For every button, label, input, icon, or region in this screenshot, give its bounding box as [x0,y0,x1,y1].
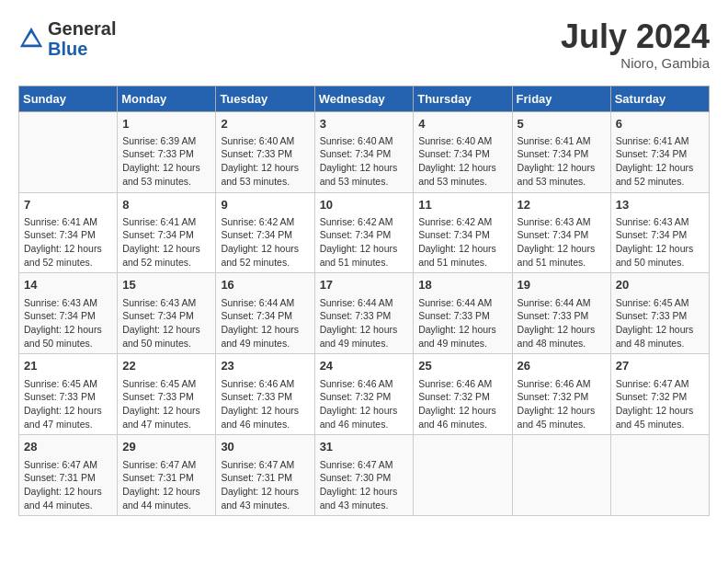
day-number: 9 [221,197,309,213]
cell-sun-info: Sunrise: 6:41 AM Sunset: 7:34 PM Dayligh… [122,215,210,270]
day-number: 27 [616,358,704,374]
cell-sun-info: Sunrise: 6:45 AM Sunset: 7:33 PM Dayligh… [24,377,112,431]
calendar-week-row: 21Sunrise: 6:45 AM Sunset: 7:33 PM Dayli… [19,354,710,435]
calendar-cell: 16Sunrise: 6:44 AM Sunset: 7:34 PM Dayli… [216,273,314,354]
day-number: 29 [122,439,210,455]
calendar-cell: 8Sunrise: 6:41 AM Sunset: 7:34 PM Daylig… [118,192,216,273]
calendar-cell: 25Sunrise: 6:46 AM Sunset: 7:32 PM Dayli… [414,354,512,435]
day-number: 28 [24,439,112,455]
cell-sun-info: Sunrise: 6:47 AM Sunset: 7:31 PM Dayligh… [122,458,210,512]
weekday-header-row: SundayMondayTuesdayWednesdayThursdayFrid… [19,86,710,111]
calendar-cell: 30Sunrise: 6:47 AM Sunset: 7:31 PM Dayli… [216,435,314,516]
cell-sun-info: Sunrise: 6:46 AM Sunset: 7:32 PM Dayligh… [518,377,606,431]
day-number: 30 [221,439,309,455]
calendar-week-row: 1Sunrise: 6:39 AM Sunset: 7:33 PM Daylig… [19,111,710,192]
cell-sun-info: Sunrise: 6:45 AM Sunset: 7:33 PM Dayligh… [122,377,210,431]
calendar-week-row: 7Sunrise: 6:41 AM Sunset: 7:34 PM Daylig… [19,192,710,273]
calendar-cell: 23Sunrise: 6:46 AM Sunset: 7:33 PM Dayli… [216,354,314,435]
cell-sun-info: Sunrise: 6:41 AM Sunset: 7:34 PM Dayligh… [518,134,606,189]
logo-icon [18,26,44,52]
calendar-cell: 31Sunrise: 6:47 AM Sunset: 7:30 PM Dayli… [314,435,414,516]
page-header: General Blue July 2024 Nioro, Gambia [18,18,710,71]
title-block: July 2024 Nioro, Gambia [561,18,710,71]
day-number: 26 [518,358,606,374]
calendar-cell: 9Sunrise: 6:42 AM Sunset: 7:34 PM Daylig… [216,192,314,273]
day-number: 3 [320,116,409,132]
calendar-cell: 3Sunrise: 6:40 AM Sunset: 7:34 PM Daylig… [314,111,414,192]
month-year-title: July 2024 [561,18,710,55]
cell-sun-info: Sunrise: 6:44 AM Sunset: 7:33 PM Dayligh… [418,296,506,350]
calendar-cell: 26Sunrise: 6:46 AM Sunset: 7:32 PM Dayli… [512,354,610,435]
calendar-cell: 4Sunrise: 6:40 AM Sunset: 7:34 PM Daylig… [414,111,512,192]
cell-sun-info: Sunrise: 6:39 AM Sunset: 7:33 PM Dayligh… [122,134,210,189]
day-number: 23 [221,358,309,374]
calendar-cell [610,435,709,516]
day-number: 8 [122,197,210,213]
cell-sun-info: Sunrise: 6:43 AM Sunset: 7:34 PM Dayligh… [122,296,210,350]
cell-sun-info: Sunrise: 6:47 AM Sunset: 7:31 PM Dayligh… [24,458,112,512]
cell-sun-info: Sunrise: 6:40 AM Sunset: 7:34 PM Dayligh… [320,134,409,189]
cell-sun-info: Sunrise: 6:43 AM Sunset: 7:34 PM Dayligh… [518,215,606,270]
location-subtitle: Nioro, Gambia [561,55,710,71]
day-number: 12 [518,197,606,213]
calendar-week-row: 28Sunrise: 6:47 AM Sunset: 7:31 PM Dayli… [19,435,710,516]
cell-sun-info: Sunrise: 6:43 AM Sunset: 7:34 PM Dayligh… [24,296,112,350]
day-number: 31 [320,439,409,455]
weekday-header-wednesday: Wednesday [314,86,414,111]
calendar-cell: 5Sunrise: 6:41 AM Sunset: 7:34 PM Daylig… [512,111,610,192]
calendar-cell: 24Sunrise: 6:46 AM Sunset: 7:32 PM Dayli… [314,354,414,435]
calendar-cell [512,435,610,516]
weekday-header-saturday: Saturday [610,86,709,111]
calendar-cell: 28Sunrise: 6:47 AM Sunset: 7:31 PM Dayli… [19,435,118,516]
cell-sun-info: Sunrise: 6:42 AM Sunset: 7:34 PM Dayligh… [320,215,409,270]
calendar-cell: 29Sunrise: 6:47 AM Sunset: 7:31 PM Dayli… [118,435,216,516]
calendar-cell: 10Sunrise: 6:42 AM Sunset: 7:34 PM Dayli… [314,192,414,273]
calendar-cell: 20Sunrise: 6:45 AM Sunset: 7:33 PM Dayli… [610,273,709,354]
cell-sun-info: Sunrise: 6:46 AM Sunset: 7:32 PM Dayligh… [320,377,409,431]
cell-sun-info: Sunrise: 6:44 AM Sunset: 7:34 PM Dayligh… [221,296,309,350]
calendar-cell: 27Sunrise: 6:47 AM Sunset: 7:32 PM Dayli… [610,354,709,435]
calendar-cell: 13Sunrise: 6:43 AM Sunset: 7:34 PM Dayli… [610,192,709,273]
cell-sun-info: Sunrise: 6:41 AM Sunset: 7:34 PM Dayligh… [616,134,704,189]
day-number: 24 [320,358,409,374]
day-number: 19 [518,277,606,293]
cell-sun-info: Sunrise: 6:47 AM Sunset: 7:31 PM Dayligh… [221,458,309,512]
calendar-cell: 11Sunrise: 6:42 AM Sunset: 7:34 PM Dayli… [414,192,512,273]
cell-sun-info: Sunrise: 6:46 AM Sunset: 7:33 PM Dayligh… [221,377,309,431]
calendar-week-row: 14Sunrise: 6:43 AM Sunset: 7:34 PM Dayli… [19,273,710,354]
cell-sun-info: Sunrise: 6:47 AM Sunset: 7:32 PM Dayligh… [616,377,704,431]
calendar-cell: 14Sunrise: 6:43 AM Sunset: 7:34 PM Dayli… [19,273,118,354]
cell-sun-info: Sunrise: 6:43 AM Sunset: 7:34 PM Dayligh… [616,215,704,270]
logo-text: General Blue [48,18,116,59]
weekday-header-sunday: Sunday [19,86,118,111]
calendar-cell [414,435,512,516]
day-number: 22 [122,358,210,374]
cell-sun-info: Sunrise: 6:41 AM Sunset: 7:34 PM Dayligh… [24,215,112,270]
day-number: 17 [320,277,409,293]
calendar-cell: 18Sunrise: 6:44 AM Sunset: 7:33 PM Dayli… [414,273,512,354]
weekday-header-monday: Monday [118,86,216,111]
day-number: 13 [616,197,704,213]
calendar-cell: 15Sunrise: 6:43 AM Sunset: 7:34 PM Dayli… [118,273,216,354]
cell-sun-info: Sunrise: 6:42 AM Sunset: 7:34 PM Dayligh… [418,215,506,270]
calendar-cell: 6Sunrise: 6:41 AM Sunset: 7:34 PM Daylig… [610,111,709,192]
day-number: 1 [122,116,210,132]
calendar-cell: 21Sunrise: 6:45 AM Sunset: 7:33 PM Dayli… [19,354,118,435]
calendar-cell: 2Sunrise: 6:40 AM Sunset: 7:33 PM Daylig… [216,111,314,192]
calendar-cell: 19Sunrise: 6:44 AM Sunset: 7:33 PM Dayli… [512,273,610,354]
cell-sun-info: Sunrise: 6:44 AM Sunset: 7:33 PM Dayligh… [518,296,606,350]
calendar-cell: 17Sunrise: 6:44 AM Sunset: 7:33 PM Dayli… [314,273,414,354]
logo: General Blue [18,18,116,59]
day-number: 18 [418,277,506,293]
calendar-table: SundayMondayTuesdayWednesdayThursdayFrid… [18,86,710,517]
logo-general: General [48,18,116,39]
cell-sun-info: Sunrise: 6:44 AM Sunset: 7:33 PM Dayligh… [320,296,409,350]
weekday-header-tuesday: Tuesday [216,86,314,111]
cell-sun-info: Sunrise: 6:45 AM Sunset: 7:33 PM Dayligh… [616,296,704,350]
cell-sun-info: Sunrise: 6:47 AM Sunset: 7:30 PM Dayligh… [320,458,409,512]
day-number: 16 [221,277,309,293]
day-number: 11 [418,197,506,213]
calendar-cell: 12Sunrise: 6:43 AM Sunset: 7:34 PM Dayli… [512,192,610,273]
weekday-header-thursday: Thursday [414,86,512,111]
cell-sun-info: Sunrise: 6:42 AM Sunset: 7:34 PM Dayligh… [221,215,309,270]
